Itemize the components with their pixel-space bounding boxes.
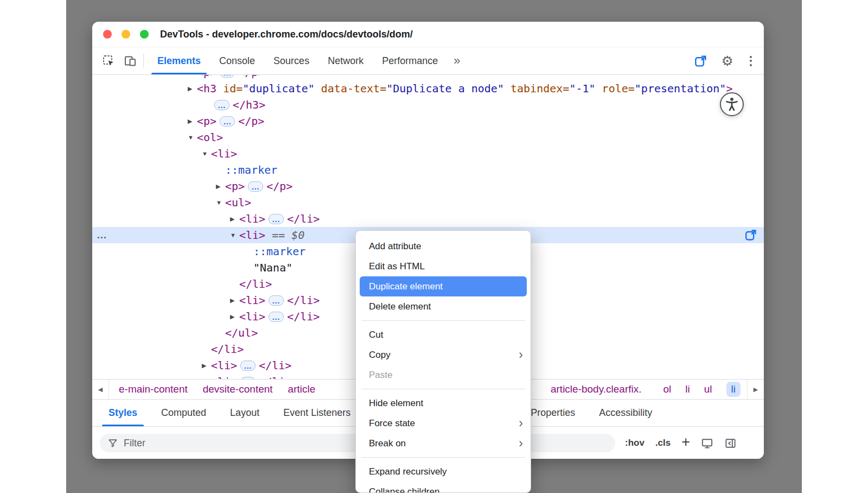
menu-item-expand-recursively[interactable]: Expand recursively [356,462,531,482]
expand-arrow-icon[interactable]: ▶ [188,113,197,129]
dom-row[interactable]: ▶<h3 id="duplicate" data-text="Duplicate… [92,80,764,97]
expand-arrow-icon[interactable]: ▶ [230,308,239,325]
window-controls [103,22,149,47]
expand-arrow-icon[interactable]: ▶ [188,80,197,97]
breadcrumb-item-article[interactable]: article [288,383,316,395]
dom-row[interactable]: ▼<li> [92,146,764,162]
dom-row[interactable]: ▶<p>…</p> [92,113,764,129]
menu-item-break-on[interactable]: Break on› [356,433,531,453]
inspect-icon[interactable] [102,54,115,67]
tab-console[interactable]: Console [210,47,264,74]
code-token: </li> [259,357,291,374]
dom-row[interactable]: ▶<li>…</li> [92,211,764,227]
breadcrumb-item-ol[interactable]: ol [663,383,672,395]
square-arrow-icon[interactable] [694,54,707,68]
code-token: <p> [225,178,245,194]
sidebar-toggle-icon[interactable] [724,437,737,450]
zoom-window-button[interactable] [140,30,149,39]
breadcrumb-item-li[interactable]: li [726,382,741,397]
expand-arrow-icon[interactable]: ▶ [230,211,239,227]
close-window-button[interactable] [103,30,112,39]
expand-arrow-icon[interactable]: ▼ [188,129,197,146]
inline-expand-icon[interactable]: … [220,116,235,127]
menu-item-delete-element[interactable]: Delete element [356,296,531,317]
inline-expand-icon[interactable]: … [214,100,229,110]
dom-row[interactable]: ▶<p>…</p> [92,178,764,194]
menu-item-copy[interactable]: Copy› [356,345,531,365]
breadcrumb-back-icon[interactable]: ◀ [92,380,109,399]
breadcrumb-item-devsite-content[interactable]: devsite-content [203,383,273,395]
tab-elements[interactable]: Elements [148,47,210,74]
square-arrow-icon[interactable] [744,229,757,242]
tab-event-listeners[interactable]: Event Listeners [271,400,362,426]
expand-arrow-icon[interactable]: ▼ [216,194,225,211]
menu-item-hide-element[interactable]: Hide element [356,393,531,413]
minimize-window-button[interactable] [122,30,130,39]
filter-funnel-icon [108,438,118,448]
breadcrumb-item-article-body-clearfix[interactable]: article-body.clearfix. [551,383,642,395]
menu-item-add-attribute[interactable]: Add attribute [356,236,531,256]
dom-row[interactable]: …</h3> [92,97,764,113]
code-token: <li> [211,374,237,379]
expand-arrow-icon[interactable]: ▼ [230,227,239,243]
submenu-chevron-icon: › [519,437,523,450]
code-token: <li> [239,227,265,243]
breadcrumb-item-e-main-content[interactable]: e-main-content [119,383,188,395]
menu-item-edit-as-html[interactable]: Edit as HTML [356,256,531,276]
menu-item-collapse-children[interactable]: Collapse children [356,482,531,493]
styles-toolbar-right: :hov .cls + [625,435,737,451]
gear-icon[interactable]: ⚙ [722,54,733,68]
new-style-rule-icon[interactable]: + [681,434,690,451]
code-token: </li> [259,374,291,379]
devtools-toolbar: ElementsConsoleSourcesNetworkPerformance… [92,47,764,75]
dom-row[interactable]: ▶<p>…</p> [92,75,764,80]
breadcrumb-item-li[interactable]: li [685,383,690,395]
tab-performance[interactable]: Performance [373,47,447,74]
expand-arrow-icon[interactable]: ▼ [202,146,211,162]
code-token: "Nana" [253,260,292,276]
device-toolbar-icon[interactable] [124,54,137,67]
menu-item-cut[interactable]: Cut [356,325,531,345]
code-token: <li> [239,211,265,227]
expand-arrow-icon[interactable]: ▶ [202,357,211,374]
tab-accessibility[interactable]: Accessibility [587,400,664,426]
code-token: <li> [239,308,265,325]
inline-expand-icon[interactable]: … [248,181,263,192]
code-token: id= [216,80,242,97]
screen-icon[interactable] [701,437,713,450]
element-classes-button[interactable]: .cls [655,438,671,448]
kebab-menu-icon[interactable] [748,54,754,68]
inline-expand-icon[interactable]: … [269,214,284,224]
more-tabs-icon[interactable]: » [447,47,467,74]
code-token: tabindex= [504,80,569,97]
tab-network[interactable]: Network [318,47,373,74]
inline-expand-icon[interactable]: … [269,295,284,306]
dom-row[interactable]: ▼<ul> [92,194,764,211]
tab-sources[interactable]: Sources [264,47,318,74]
menu-item-duplicate-element[interactable]: Duplicate element [360,276,527,296]
menu-item-force-state[interactable]: Force state› [356,413,531,433]
toggle-element-state-button[interactable]: :hov [625,438,644,448]
dom-row[interactable]: ::marker [92,162,764,178]
code-token: == [265,227,291,243]
code-token: <li> [239,292,265,308]
tab-layout[interactable]: Layout [218,400,271,426]
dom-row[interactable]: ▼<ol> [92,129,764,146]
breadcrumb-forward-icon[interactable]: ▶ [747,380,764,399]
code-token: </li> [287,308,320,325]
inline-expand-icon[interactable]: … [269,312,284,322]
expand-arrow-icon[interactable]: ▶ [230,292,239,308]
accessibility-icon[interactable] [720,92,744,116]
tab-computed[interactable]: Computed [149,400,218,426]
tab-styles[interactable]: Styles [97,400,149,426]
expand-arrow-icon[interactable]: ▶ [202,374,211,379]
inline-expand-icon[interactable]: … [220,75,235,78]
expand-arrow-icon[interactable]: ▶ [216,178,225,194]
breadcrumb-item-ul[interactable]: ul [704,383,712,395]
expand-arrow-icon[interactable]: ▶ [188,75,197,80]
ellipsis-icon[interactable]: … [97,227,107,243]
inline-expand-icon[interactable]: … [240,361,256,371]
menu-item-label: Duplicate element [369,281,443,292]
menu-item-paste[interactable]: Paste [356,365,531,385]
menu-separator [361,320,525,321]
